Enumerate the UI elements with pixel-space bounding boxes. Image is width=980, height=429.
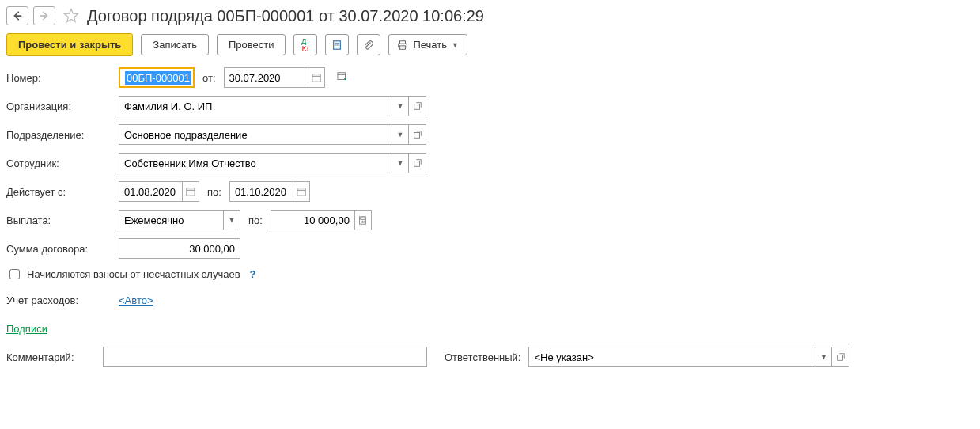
payout-label: Выплата: — [6, 214, 119, 226]
calendar-icon — [312, 73, 321, 82]
svg-point-22 — [364, 220, 365, 221]
department-label: Подразделение: — [6, 129, 119, 141]
paperclip-icon — [363, 40, 374, 51]
svg-rect-16 — [297, 188, 305, 196]
chevron-down-icon: ▼ — [397, 131, 404, 139]
nav-forward-button[interactable] — [33, 6, 55, 25]
svg-rect-19 — [361, 217, 365, 218]
signatures-link[interactable]: Подписи — [6, 323, 47, 335]
calendar-event-icon[interactable] — [336, 71, 349, 85]
calculator-icon — [358, 216, 367, 225]
responsible-dropdown-button[interactable]: ▼ — [815, 347, 832, 367]
arrow-right-icon — [39, 10, 50, 21]
comment-input[interactable] — [103, 347, 427, 367]
attach-button[interactable] — [357, 34, 380, 55]
report-button[interactable] — [325, 34, 349, 55]
chevron-down-icon: ▼ — [397, 159, 404, 167]
employee-label: Сотрудник: — [6, 158, 119, 169]
print-label: Печать — [413, 39, 447, 51]
svg-rect-7 — [312, 74, 320, 82]
open-icon — [413, 158, 422, 168]
employee-dropdown-button[interactable]: ▼ — [392, 153, 409, 173]
responsible-open-button[interactable] — [832, 347, 849, 367]
accident-contributions-label: Начисляются взносы от несчастных случаев — [27, 268, 240, 280]
print-button[interactable]: Печать ▼ — [388, 34, 467, 55]
svg-rect-13 — [414, 161, 419, 166]
svg-rect-14 — [187, 188, 195, 196]
valid-from-calendar-button[interactable] — [182, 181, 199, 202]
post-button[interactable]: Провести — [217, 34, 286, 55]
number-input[interactable]: 00БП-000001 — [119, 67, 195, 88]
date-input[interactable] — [224, 67, 308, 88]
employee-open-button[interactable] — [409, 153, 426, 173]
organization-label: Организация: — [6, 101, 119, 112]
department-input[interactable] — [119, 124, 392, 145]
favorite-star-icon[interactable] — [63, 8, 79, 24]
payout-amount-input[interactable] — [271, 210, 354, 230]
from-label: от: — [202, 72, 216, 84]
save-button[interactable]: Записать — [141, 34, 209, 55]
responsible-input[interactable] — [528, 347, 815, 367]
calendar-icon — [186, 187, 195, 196]
payout-calculator-button[interactable] — [354, 210, 372, 230]
valid-from-label: Действует с: — [6, 186, 119, 198]
dt-kt-button[interactable]: ДтКт — [293, 34, 317, 55]
chevron-down-icon: ▼ — [229, 216, 236, 224]
open-icon — [413, 130, 422, 139]
svg-point-21 — [362, 220, 363, 221]
employee-input[interactable] — [119, 153, 392, 173]
department-dropdown-button[interactable]: ▼ — [392, 124, 409, 145]
department-open-button[interactable] — [409, 124, 426, 145]
svg-point-25 — [364, 222, 365, 222]
date-calendar-button[interactable] — [308, 67, 325, 88]
open-icon — [413, 101, 422, 111]
expense-auto-link[interactable]: <Авто> — [119, 294, 153, 306]
chevron-down-icon: ▼ — [452, 41, 459, 49]
document-icon — [331, 40, 342, 51]
printer-icon — [397, 40, 408, 51]
chevron-down-icon: ▼ — [820, 353, 827, 361]
svg-rect-4 — [400, 40, 406, 44]
payout-to-label: по: — [248, 214, 263, 226]
svg-rect-26 — [838, 355, 843, 360]
svg-rect-11 — [414, 104, 419, 109]
to-label: по: — [207, 186, 221, 198]
arrow-left-icon — [12, 10, 23, 21]
dt-kt-icon: ДтКт — [301, 38, 309, 52]
payout-frequency-dropdown-button[interactable]: ▼ — [223, 210, 240, 230]
chevron-down-icon: ▼ — [397, 102, 404, 110]
organization-open-button[interactable] — [409, 96, 426, 116]
number-label: Номер: — [6, 72, 119, 84]
organization-dropdown-button[interactable]: ▼ — [392, 96, 409, 116]
svg-point-24 — [362, 222, 363, 222]
accident-contributions-checkbox[interactable] — [9, 269, 20, 279]
post-and-close-button[interactable]: Провести и закрыть — [6, 33, 133, 56]
total-label: Сумма договора: — [6, 243, 119, 255]
total-amount-input[interactable] — [119, 238, 240, 259]
expense-accounting-label: Учет расходов: — [6, 294, 119, 306]
comment-label: Комментарий: — [6, 351, 95, 363]
calendar-icon — [297, 187, 306, 196]
payout-frequency-input[interactable] — [119, 210, 223, 230]
help-icon[interactable]: ? — [250, 268, 256, 280]
valid-to-input[interactable] — [229, 181, 293, 202]
organization-input[interactable] — [119, 96, 392, 116]
svg-rect-12 — [414, 132, 419, 138]
svg-point-20 — [361, 220, 362, 221]
responsible-label: Ответственный: — [445, 351, 520, 363]
valid-from-input[interactable] — [119, 181, 182, 202]
page-title: Договор подряда 00БП-000001 от 30.07.202… — [87, 7, 484, 25]
svg-point-23 — [361, 222, 362, 222]
nav-back-button[interactable] — [6, 6, 28, 25]
valid-to-calendar-button[interactable] — [293, 181, 310, 202]
open-icon — [836, 352, 846, 362]
